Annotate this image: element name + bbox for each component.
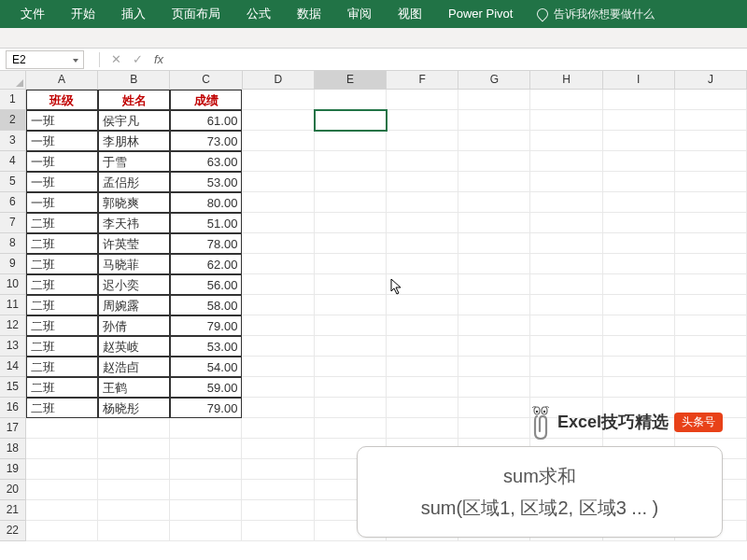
cell[interactable] [603, 315, 675, 336]
cell[interactable] [242, 274, 314, 295]
cell[interactable] [675, 172, 747, 192]
cell[interactable] [315, 357, 387, 377]
row-header[interactable]: 19 [0, 459, 26, 480]
row-header[interactable]: 6 [0, 192, 26, 213]
cell[interactable] [603, 90, 675, 110]
cell[interactable] [458, 315, 530, 336]
cell[interactable] [26, 439, 98, 459]
row-header[interactable]: 3 [0, 131, 26, 151]
cell[interactable] [675, 274, 747, 295]
cell[interactable] [458, 110, 530, 131]
row-header[interactable]: 22 [0, 521, 26, 541]
cell[interactable]: 58.00 [170, 295, 242, 315]
cell[interactable] [26, 500, 98, 521]
cell[interactable] [387, 131, 458, 151]
column-header[interactable]: B [98, 71, 170, 90]
column-header[interactable]: I [603, 71, 675, 90]
cell[interactable] [170, 500, 242, 521]
cell[interactable] [170, 418, 242, 439]
cell[interactable] [603, 131, 675, 151]
cell[interactable] [26, 418, 98, 439]
row-header[interactable]: 7 [0, 213, 26, 233]
cell[interactable] [387, 90, 458, 110]
cell[interactable]: 周婉露 [98, 295, 170, 315]
cell[interactable]: 二班 [26, 233, 98, 254]
tell-me[interactable]: 告诉我你想要做什么 [537, 7, 655, 22]
cell[interactable] [530, 192, 602, 213]
cell[interactable] [26, 521, 98, 541]
row-header[interactable]: 11 [0, 295, 26, 315]
ribbon-tab[interactable]: 开始 [58, 0, 108, 28]
cell[interactable] [603, 336, 675, 357]
name-box[interactable]: E2 [6, 50, 84, 69]
cell[interactable] [603, 233, 675, 254]
cell[interactable] [675, 192, 747, 213]
row-header[interactable]: 4 [0, 151, 26, 172]
cell[interactable] [242, 315, 314, 336]
cell[interactable]: 二班 [26, 398, 98, 418]
cell[interactable] [675, 357, 747, 377]
cell[interactable] [603, 254, 675, 274]
ribbon-tab[interactable]: 页面布局 [159, 0, 233, 28]
ribbon-tab[interactable]: Power Pivot [435, 0, 526, 28]
cell[interactable]: 一班 [26, 151, 98, 172]
cell[interactable] [315, 295, 387, 315]
cell[interactable] [458, 274, 530, 295]
cell[interactable]: 二班 [26, 213, 98, 233]
cell[interactable] [170, 439, 242, 459]
cell[interactable] [242, 377, 314, 398]
cell[interactable]: 二班 [26, 377, 98, 398]
cell[interactable] [530, 213, 602, 233]
ribbon-tab[interactable]: 视图 [385, 0, 435, 28]
row-header[interactable]: 1 [0, 90, 26, 110]
cell[interactable] [387, 336, 458, 357]
cell[interactable]: 54.00 [170, 357, 242, 377]
cell[interactable] [242, 480, 314, 500]
cell[interactable]: 李天祎 [98, 213, 170, 233]
cell[interactable]: 马晓菲 [98, 254, 170, 274]
ribbon-tab[interactable]: 审阅 [334, 0, 385, 28]
cell[interactable] [242, 418, 314, 439]
cell[interactable] [315, 90, 387, 110]
cell[interactable] [170, 459, 242, 480]
cell[interactable] [242, 110, 314, 131]
cell[interactable]: 53.00 [170, 336, 242, 357]
cell[interactable] [242, 192, 314, 213]
cell[interactable] [242, 459, 314, 480]
cell[interactable] [603, 295, 675, 315]
cell[interactable]: 79.00 [170, 315, 242, 336]
cell[interactable] [387, 213, 458, 233]
cell[interactable] [242, 90, 314, 110]
row-header[interactable]: 16 [0, 398, 26, 418]
cell[interactable]: 51.00 [170, 213, 242, 233]
cell[interactable] [458, 151, 530, 172]
cell[interactable] [98, 500, 170, 521]
cell[interactable] [603, 172, 675, 192]
cell[interactable] [242, 151, 314, 172]
ribbon-tab[interactable]: 公式 [233, 0, 284, 28]
formula-input[interactable] [171, 50, 747, 69]
cell[interactable]: 赵英岐 [98, 336, 170, 357]
cell[interactable]: 赵浩卣 [98, 357, 170, 377]
cell[interactable] [675, 213, 747, 233]
cell[interactable] [26, 459, 98, 480]
row-header[interactable]: 17 [0, 418, 26, 439]
cell[interactable] [242, 172, 314, 192]
cell[interactable] [603, 377, 675, 398]
cell[interactable] [675, 233, 747, 254]
cell[interactable] [530, 131, 602, 151]
cell[interactable] [458, 336, 530, 357]
row-header[interactable]: 2 [0, 110, 26, 131]
cell[interactable] [387, 172, 458, 192]
cell[interactable]: 一班 [26, 110, 98, 131]
cell[interactable] [530, 90, 602, 110]
cell[interactable]: 王鹤 [98, 377, 170, 398]
cell[interactable]: 二班 [26, 295, 98, 315]
cell[interactable] [387, 357, 458, 377]
cell[interactable] [315, 254, 387, 274]
cell[interactable] [530, 336, 602, 357]
cell[interactable] [387, 377, 458, 398]
cell[interactable] [530, 295, 602, 315]
cell[interactable] [675, 295, 747, 315]
cell[interactable]: 61.00 [170, 110, 242, 131]
